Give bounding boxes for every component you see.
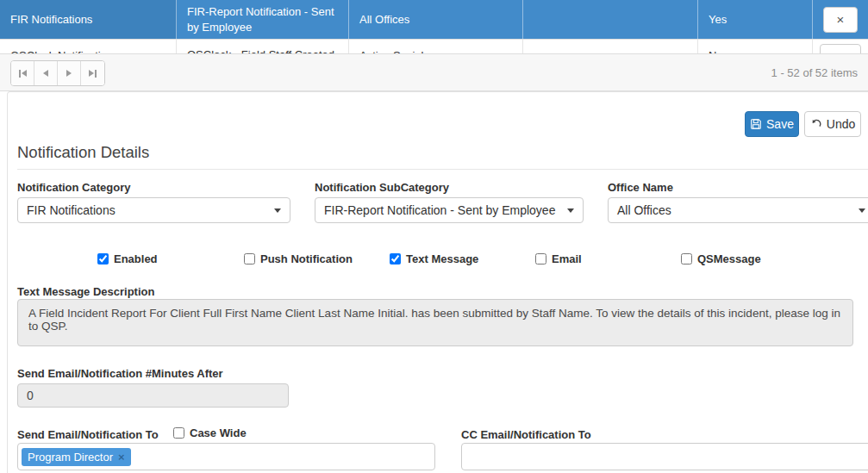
last-page-button[interactable]	[81, 61, 104, 85]
chevron-down-icon	[567, 208, 574, 213]
subcategory-label: Notification SubCategory	[315, 181, 449, 194]
grid-cell-subcategory[interactable]: FIR-Report Notification - Sent by Employ…	[177, 0, 349, 39]
remove-tag-icon[interactable]: ×	[118, 451, 125, 464]
office-dropdown-value: All Offices	[617, 203, 671, 217]
grid-cell-enabled[interactable]: No	[698, 40, 813, 53]
subcategory-dropdown-value: FIR-Report Notification - Sent by Employ…	[324, 203, 555, 217]
text-message-checkbox[interactable]	[390, 253, 401, 265]
push-notification-checkbox-label: Push Notification	[260, 252, 353, 265]
text-message-description-textarea[interactable]: A Field Incident Report For Client Full …	[17, 299, 853, 346]
enabled-checkbox-label: Enabled	[114, 252, 158, 265]
office-label: Office Name	[608, 181, 673, 194]
email-checkbox[interactable]	[535, 253, 546, 265]
notifications-grid: FIR Notifications FIR-Report Notificatio…	[0, 0, 868, 53]
grid-row-selected[interactable]: FIR Notifications FIR-Report Notificatio…	[0, 0, 868, 39]
save-button-label: Save	[766, 117, 794, 131]
undo-button[interactable]: Undo	[804, 111, 861, 137]
pager-nav-group	[10, 60, 105, 86]
push-notification-checkbox-group: Push Notification	[244, 252, 353, 265]
grid-cell-blank[interactable]	[523, 40, 698, 53]
qsmessage-checkbox-label: QSMessage	[697, 252, 761, 265]
chevron-down-icon	[274, 208, 281, 213]
grid-cell-blank[interactable]	[523, 0, 698, 39]
category-dropdown-value: FIR Notifications	[27, 203, 116, 217]
office-dropdown[interactable]: All Offices	[608, 197, 868, 223]
qsmessage-checkbox-group: QSMessage	[681, 252, 761, 265]
grid-row[interactable]: QSClock Notifications QSClock - Field St…	[0, 39, 868, 53]
text-message-description-label: Text Message Description	[17, 285, 154, 298]
minutes-after-label: Send Email/Notification #Minutes After	[17, 367, 223, 380]
case-wide-checkbox[interactable]	[173, 427, 184, 439]
recipient-tag-label: Program Director	[28, 451, 113, 464]
grid-pager: 1 - 52 of 52 items	[0, 53, 868, 91]
enabled-checkbox-group: Enabled	[97, 252, 158, 265]
enabled-checkbox[interactable]	[97, 253, 109, 265]
send-to-label: Send Email/Notification To	[17, 428, 159, 441]
save-icon	[750, 118, 762, 130]
category-dropdown[interactable]: FIR Notifications	[17, 197, 290, 223]
email-checkbox-label: Email	[552, 252, 582, 265]
previous-page-button[interactable]	[34, 61, 58, 85]
recipient-tag: Program Director ×	[22, 448, 131, 466]
first-page-icon	[19, 70, 21, 78]
next-page-button[interactable]	[58, 61, 81, 85]
title-divider	[17, 169, 868, 170]
case-wide-checkbox-label: Case Wide	[190, 426, 247, 439]
pager-info-text: 1 - 52 of 52 items	[771, 54, 858, 92]
grid-cell-category[interactable]: QSClock Notifications	[0, 40, 177, 53]
email-checkbox-group: Email	[535, 252, 582, 265]
chevron-down-icon	[859, 208, 865, 213]
undo-icon	[810, 118, 822, 130]
send-to-multiselect[interactable]: Program Director ×	[17, 443, 435, 470]
grid-cell-category[interactable]: FIR Notifications	[0, 0, 177, 39]
text-message-checkbox-group: Text Message	[390, 252, 478, 265]
grid-cell-subcategory[interactable]: QSClock - Field Staff Created	[177, 40, 349, 53]
next-page-icon	[66, 70, 72, 77]
category-label: Notification Category	[17, 181, 130, 194]
cc-to-input[interactable]	[461, 443, 868, 470]
delete-row-button[interactable]: ×	[823, 7, 858, 33]
grid-cell-office[interactable]: Active Social	[349, 40, 523, 53]
undo-button-label: Undo	[827, 117, 855, 131]
text-message-checkbox-label: Text Message	[406, 252, 478, 265]
cc-to-label: CC Email/Notification To	[461, 428, 591, 441]
first-page-button[interactable]	[11, 61, 34, 85]
close-icon: ×	[837, 12, 845, 27]
grid-cell-office[interactable]: All Offices	[349, 0, 523, 39]
page-title: Notification Details	[17, 143, 149, 162]
previous-page-icon	[43, 70, 48, 77]
grid-cell-actions: ×	[813, 0, 868, 39]
delete-row-button[interactable]	[820, 44, 861, 53]
subcategory-dropdown[interactable]: FIR-Report Notification - Sent by Employ…	[315, 197, 584, 223]
minutes-after-input[interactable]	[17, 383, 289, 408]
push-notification-checkbox[interactable]	[244, 253, 255, 265]
notification-settings-page: FIR Notifications FIR-Report Notificatio…	[0, 0, 868, 473]
grid-cell-actions	[813, 40, 868, 53]
last-page-icon	[89, 70, 94, 77]
case-wide-checkbox-group: Case Wide	[173, 426, 247, 439]
grid-cell-enabled[interactable]: Yes	[698, 0, 813, 39]
save-button[interactable]: Save	[745, 111, 799, 137]
qsmessage-checkbox[interactable]	[681, 253, 692, 265]
